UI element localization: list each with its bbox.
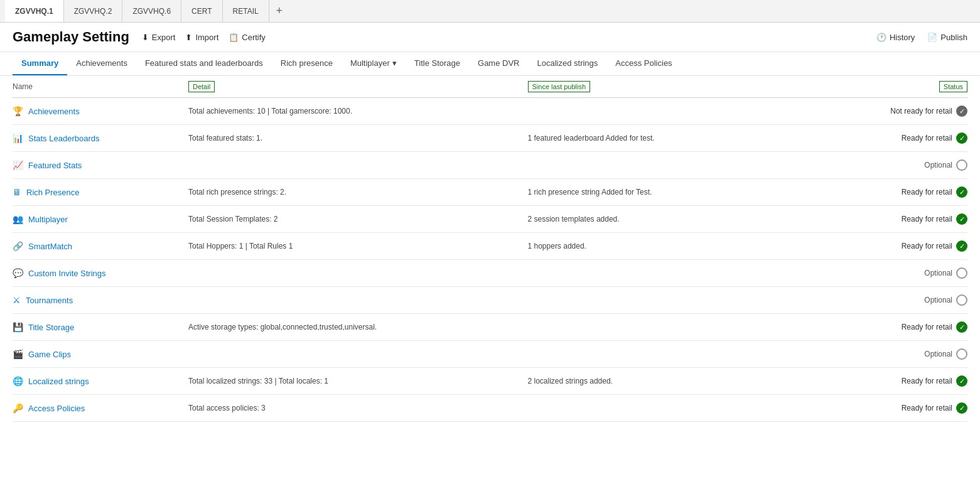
row-name-multiplayer[interactable]: 👥 Multiplayer — [13, 214, 188, 224]
export-icon: ⬇ — [142, 33, 149, 42]
col-status-label: Status — [939, 81, 967, 92]
tab-zgvvhq2[interactable]: ZGVVHQ.2 — [64, 0, 123, 22]
col-name-label: Name — [13, 82, 33, 91]
row-detail-rich-presence: Total rich presence strings: 2. — [188, 188, 528, 196]
nav-tabs: Summary Achievements Featured stats and … — [0, 52, 980, 76]
row-label-tournaments: Tournaments — [26, 296, 73, 305]
nav-tab-localized-strings[interactable]: Localized strings — [528, 52, 606, 75]
row-status-multiplayer: Ready for retail ✓ — [867, 213, 967, 225]
row-detail-access-policies: Total access policies: 3 — [188, 404, 528, 412]
row-status-label-access-policies: Ready for retail — [902, 404, 952, 412]
row-since-localized-strings: 2 localized strings added. — [528, 377, 868, 385]
status-icon-green: ✓ — [956, 240, 967, 252]
history-icon: 🕐 — [876, 33, 886, 42]
nav-tab-summary[interactable]: Summary — [13, 52, 67, 75]
row-status-title-storage: Ready for retail ✓ — [867, 321, 967, 333]
import-button[interactable]: ⬆ Import — [185, 33, 218, 42]
status-icon-green: ✓ — [956, 321, 967, 333]
row-status-access-policies: Ready for retail ✓ — [867, 402, 967, 414]
row-name-localized-strings[interactable]: 🌐 Localized strings — [13, 376, 188, 386]
nav-tab-rich-presence[interactable]: Rich presence — [272, 52, 342, 75]
header-actions: ⬇ Export ⬆ Import 📋 Certify — [142, 33, 266, 42]
row-detail-stats-leaderboards: Total featured stats: 1. — [188, 134, 528, 143]
status-icon-green: ✓ — [956, 402, 967, 414]
status-icon-circle — [956, 159, 967, 171]
status-icon-grey: ✓ — [956, 105, 967, 117]
row-detail-title-storage: Active storage types: global,connected,t… — [188, 323, 528, 331]
status-icon-green: ✓ — [956, 132, 967, 144]
nav-tab-title-storage[interactable]: Title Storage — [406, 52, 469, 75]
table-row-smartmatch: 🔗 SmartMatch Total Hoppers: 1 | Total Ru… — [13, 233, 967, 260]
row-status-label-achievements: Not ready for retail — [890, 107, 952, 116]
col-header-detail: Detail — [188, 81, 528, 92]
row-detail-localized-strings: Total localized strings: 33 | Total loca… — [188, 377, 528, 385]
tab-zgvvhq1[interactable]: ZGVVHQ.1 — [5, 0, 64, 22]
row-status-smartmatch: Ready for retail ✓ — [867, 240, 967, 252]
row-status-label-smartmatch: Ready for retail — [902, 242, 952, 250]
row-icon-rich-presence: 🖥 — [13, 187, 21, 197]
certify-button[interactable]: 📋 Certify — [229, 33, 266, 42]
row-name-title-storage[interactable]: 💾 Title Storage — [13, 322, 188, 332]
col-detail-label: Detail — [188, 81, 215, 92]
tab-add-button[interactable]: + — [269, 0, 289, 22]
row-label-featured-stats: Featured Stats — [28, 161, 82, 170]
status-icon-circle — [956, 267, 967, 279]
nav-tab-game-dvr[interactable]: Game DVR — [469, 52, 528, 75]
nav-tab-featured-stats[interactable]: Featured stats and leaderboards — [136, 52, 272, 75]
row-label-title-storage: Title Storage — [28, 323, 74, 332]
row-detail-smartmatch: Total Hoppers: 1 | Total Rules 1 — [188, 242, 528, 250]
publish-button[interactable]: 📄 Publish — [927, 33, 967, 42]
row-status-label-custom-invite-strings: Optional — [924, 269, 952, 277]
table-row-tournaments: ⚔ Tournaments Optional — [13, 287, 967, 314]
row-status-stats-leaderboards: Ready for retail ✓ — [867, 132, 967, 144]
row-name-game-clips[interactable]: 🎬 Game Clips — [13, 349, 188, 359]
row-name-tournaments[interactable]: ⚔ Tournaments — [13, 295, 188, 305]
row-status-localized-strings: Ready for retail ✓ — [867, 375, 967, 387]
export-button[interactable]: ⬇ Export — [142, 33, 176, 42]
publish-icon: 📄 — [927, 33, 937, 42]
row-name-rich-presence[interactable]: 🖥 Rich Presence — [13, 187, 188, 197]
row-icon-game-clips: 🎬 — [13, 349, 23, 359]
multiplayer-chevron-icon: ▾ — [392, 58, 397, 68]
table-row-stats-leaderboards: 📊 Stats Leaderboards Total featured stat… — [13, 125, 967, 152]
tab-retail[interactable]: RETAIL — [223, 0, 269, 22]
row-icon-title-storage: 💾 — [13, 322, 23, 332]
row-name-smartmatch[interactable]: 🔗 SmartMatch — [13, 241, 188, 251]
row-status-custom-invite-strings: Optional — [867, 267, 967, 279]
history-button[interactable]: 🕐 History — [876, 33, 915, 42]
table-row-multiplayer: 👥 Multiplayer Total Session Templates: 2… — [13, 206, 967, 233]
row-icon-access-policies: 🔑 — [13, 403, 23, 413]
tab-zgvvhq6[interactable]: ZGVVHQ.6 — [122, 0, 181, 22]
row-name-custom-invite-strings[interactable]: 💬 Custom Invite Strings — [13, 268, 188, 278]
row-name-featured-stats[interactable]: 📈 Featured Stats — [13, 160, 188, 170]
row-icon-featured-stats: 📈 — [13, 160, 23, 170]
row-status-featured-stats: Optional — [867, 159, 967, 171]
row-label-achievements: Achievements — [28, 107, 80, 116]
row-icon-achievements: 🏆 — [13, 106, 23, 116]
table-rows: 🏆 Achievements Total achievements: 10 | … — [13, 98, 967, 422]
table-row-achievements: 🏆 Achievements Total achievements: 10 | … — [13, 98, 967, 125]
row-label-game-clips: Game Clips — [28, 350, 71, 359]
row-status-achievements: Not ready for retail ✓ — [867, 105, 967, 117]
row-status-game-clips: Optional — [867, 348, 967, 360]
table-row-game-clips: 🎬 Game Clips Optional — [13, 341, 967, 368]
col-since-label: Since last publish — [528, 81, 591, 92]
tab-cert[interactable]: CERT — [181, 0, 222, 22]
row-name-access-policies[interactable]: 🔑 Access Policies — [13, 403, 188, 413]
row-icon-multiplayer: 👥 — [13, 214, 23, 224]
export-label: Export — [152, 33, 176, 42]
row-label-smartmatch: SmartMatch — [28, 242, 72, 251]
status-icon-green: ✓ — [956, 213, 967, 225]
row-detail-multiplayer: Total Session Templates: 2 — [188, 215, 528, 223]
row-status-label-localized-strings: Ready for retail — [902, 377, 952, 385]
nav-tab-multiplayer[interactable]: Multiplayer ▾ — [342, 52, 406, 75]
row-name-stats-leaderboards[interactable]: 📊 Stats Leaderboards — [13, 133, 188, 143]
table-row-rich-presence: 🖥 Rich Presence Total rich presence stri… — [13, 179, 967, 206]
row-name-achievements[interactable]: 🏆 Achievements — [13, 106, 188, 116]
row-icon-smartmatch: 🔗 — [13, 241, 23, 251]
row-status-label-game-clips: Optional — [924, 350, 952, 358]
nav-tab-achievements[interactable]: Achievements — [67, 52, 136, 75]
col-header-since: Since last publish — [528, 81, 868, 92]
nav-tab-access-policies[interactable]: Access Policies — [606, 52, 681, 75]
col-header-name: Name — [13, 81, 188, 92]
